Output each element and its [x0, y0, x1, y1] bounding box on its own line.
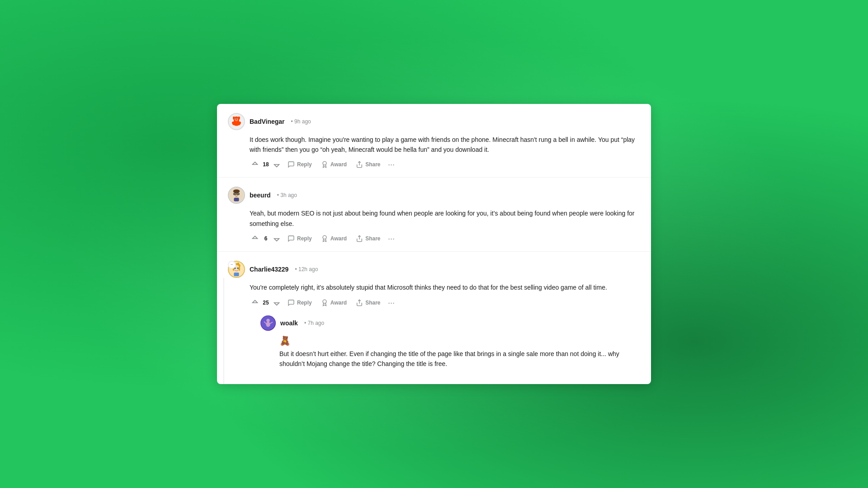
upvote-badvinegar[interactable]: [250, 159, 260, 170]
upvote-beeurd[interactable]: [250, 233, 260, 244]
avatar-beeurd: [228, 187, 245, 204]
timestamp-charlie: • 12h ago: [295, 266, 318, 272]
reply-btn-charlie[interactable]: Reply: [284, 297, 316, 308]
comment-header-charlie: −: [228, 261, 640, 278]
svg-rect-22: [234, 198, 239, 202]
upvote-charlie[interactable]: [250, 297, 260, 308]
comment-actions-charlie: 25 Reply Award: [250, 297, 640, 308]
downvote-badvinegar[interactable]: [271, 159, 282, 170]
username-charlie: Charlie43229: [250, 266, 288, 273]
comment-actions-beeurd: 6 Reply Award: [250, 233, 640, 244]
award-btn-badvinegar[interactable]: Award: [317, 159, 350, 170]
comment-actions-badvinegar: 18 Reply Award: [250, 159, 640, 170]
avatar-woalk: [260, 315, 276, 331]
timestamp-beeurd: • 3h ago: [277, 192, 297, 198]
svg-point-33: [235, 267, 236, 268]
vote-section-beeurd: 6: [250, 233, 282, 244]
svg-point-20: [237, 193, 238, 194]
svg-point-7: [233, 116, 235, 119]
downvote-beeurd[interactable]: [271, 233, 282, 244]
svg-point-11: [323, 162, 326, 165]
emoji-badge-woalk: 🧸: [279, 335, 629, 346]
more-btn-badvinegar[interactable]: ···: [386, 159, 397, 170]
avatar-badvinegar: [228, 113, 245, 130]
username-woalk: woalk: [280, 319, 298, 327]
more-btn-beeurd[interactable]: ···: [386, 233, 397, 244]
svg-rect-39: [239, 267, 240, 271]
share-btn-badvinegar[interactable]: Share: [352, 159, 384, 170]
timestamp-woalk: • 7h ago: [304, 320, 324, 326]
reply-btn-beeurd[interactable]: Reply: [284, 233, 316, 244]
vote-count-badvinegar: 18: [261, 161, 270, 168]
username-badvinegar: BadVinegar: [250, 118, 285, 125]
comment-body-woalk: But it doesn’t hurt either. Even if chan…: [279, 349, 629, 369]
svg-rect-37: [234, 272, 239, 276]
share-btn-beeurd[interactable]: Share: [352, 233, 384, 244]
username-beeurd: beeurd: [250, 192, 271, 199]
thread-line-charlie: [223, 278, 224, 384]
comment-woalk: woalk • 7h ago 🧸 But it doesn’t hurt eit…: [250, 308, 640, 377]
vote-section-charlie: 25: [250, 297, 282, 308]
comment-header-beeurd: beeurd • 3h ago: [228, 187, 640, 204]
comment-charlie: −: [217, 252, 651, 384]
downvote-charlie[interactable]: [271, 297, 282, 308]
award-btn-beeurd[interactable]: Award: [317, 233, 350, 244]
svg-point-40: [323, 300, 326, 303]
vote-section-badvinegar: 18: [250, 159, 282, 170]
comment-body-beeurd: Yeah, but modern SEO is not just about b…: [250, 208, 640, 229]
comment-badvinegar: BadVinegar • 9h ago It does work though.…: [217, 104, 651, 178]
vote-count-charlie: 25: [261, 300, 270, 306]
share-btn-charlie[interactable]: Share: [352, 297, 384, 308]
comment-body-charlie: You're completely right, it's absolutely…: [250, 282, 640, 292]
reply-btn-badvinegar[interactable]: Reply: [284, 159, 316, 170]
timestamp-badvinegar: • 9h ago: [291, 118, 311, 125]
svg-point-21: [236, 195, 237, 196]
svg-point-23: [323, 236, 326, 239]
vote-count-beeurd: 6: [261, 235, 270, 242]
award-btn-charlie[interactable]: Award: [317, 297, 350, 308]
svg-point-6: [237, 118, 238, 119]
comment-body-badvinegar: It does work though. Imagine you're want…: [250, 135, 640, 155]
svg-point-15: [233, 190, 240, 193]
comment-beeurd: beeurd • 3h ago Yeah, but modern SEO is …: [217, 178, 651, 252]
comment-header-badvinegar: BadVinegar • 9h ago: [228, 113, 640, 130]
comments-card: BadVinegar • 9h ago It does work though.…: [217, 104, 651, 385]
svg-point-45: [266, 322, 270, 327]
svg-point-8: [238, 116, 240, 119]
svg-point-5: [235, 118, 236, 119]
comment-header-woalk: woalk • 7h ago: [260, 315, 629, 331]
more-btn-charlie[interactable]: ···: [386, 297, 397, 308]
svg-point-19: [234, 193, 235, 194]
svg-point-44: [266, 319, 270, 322]
